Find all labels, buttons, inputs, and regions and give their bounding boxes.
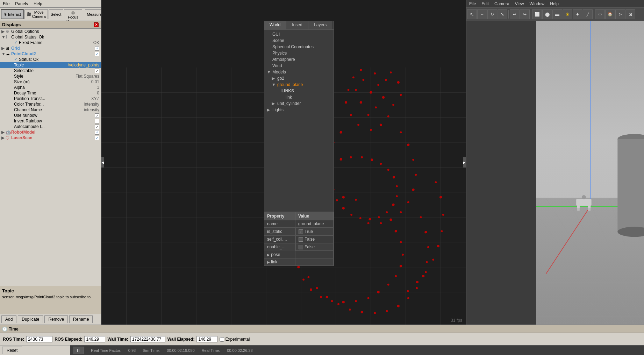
- svg-point-130: [342, 207, 345, 210]
- prop-row-link[interactable]: ▶ link: [264, 258, 334, 266]
- selectable-checkbox[interactable]: ✓: [95, 69, 99, 73]
- tab-insert[interactable]: Insert: [286, 21, 308, 29]
- autocompute-checkbox[interactable]: ✓: [95, 125, 99, 129]
- tree-item-invert-rainbow[interactable]: Invert Rainbow: [0, 118, 101, 124]
- menu-file[interactable]: File: [0, 1, 12, 7]
- undo-btn[interactable]: ↩: [510, 9, 520, 19]
- robot-checkbox[interactable]: ✓: [95, 130, 99, 135]
- close-button[interactable]: ✕: [94, 22, 99, 27]
- wall-elapsed-input[interactable]: [196, 336, 217, 342]
- world-item-lights[interactable]: ▶ Lights: [265, 107, 332, 113]
- dir-light-btn[interactable]: ╱: [583, 9, 593, 19]
- grid-checkbox[interactable]: ✓: [95, 46, 99, 51]
- translate-btn[interactable]: ↔: [477, 9, 487, 19]
- svg-point-57: [407, 201, 409, 203]
- collapse-right-handle[interactable]: ▶: [463, 157, 466, 168]
- menu-panels[interactable]: Panels: [12, 1, 31, 7]
- cloud-checkbox[interactable]: ✓: [95, 52, 99, 56]
- world-item-unit-cylinder[interactable]: ▶ unit_cylinder: [265, 100, 332, 107]
- light-btn[interactable]: ☀: [563, 9, 572, 19]
- experimental-label[interactable]: Experimental: [220, 337, 250, 342]
- world-item-gui[interactable]: GUI: [265, 31, 332, 37]
- measure-button[interactable]: Measure: [85, 9, 101, 19]
- prop-row-pose[interactable]: ▶ pose: [264, 251, 334, 258]
- move-camera-button[interactable]: 🎥 Move Camera: [24, 9, 48, 19]
- wall-time-input[interactable]: [130, 336, 165, 342]
- prop-row-static[interactable]: is_static ✓ True: [264, 228, 334, 236]
- sphere-btn[interactable]: ⬤: [542, 9, 552, 19]
- select-button[interactable]: Select: [49, 9, 64, 19]
- gazebo-menu-window[interactable]: Window: [527, 1, 548, 7]
- world-item-spherical[interactable]: Spherical Coordinates: [265, 44, 332, 50]
- rename-button[interactable]: Rename: [69, 315, 93, 323]
- tab-layers[interactable]: Layers: [308, 21, 332, 29]
- remove-button[interactable]: Remove: [44, 315, 68, 323]
- menu-help[interactable]: Help: [31, 1, 45, 7]
- tree-item-position-transform[interactable]: Position Transf... XYZ: [0, 96, 101, 101]
- tree-item-laserscan[interactable]: ▶ ⬡ LaserScan ✓: [0, 135, 101, 141]
- prop-row-name[interactable]: name ground_plane: [264, 220, 334, 228]
- interact-button[interactable]: 🖱 Interact: [1, 9, 24, 19]
- screenshot-btn[interactable]: ⊠: [625, 9, 635, 19]
- tab-world[interactable]: World: [264, 21, 286, 29]
- tree-item-topic[interactable]: Topic /velodyne_points: [0, 62, 101, 68]
- invert-rainbow-checkbox[interactable]: [95, 119, 99, 123]
- duplicate-button[interactable]: Duplicate: [18, 315, 43, 323]
- gazebo-menu-camera[interactable]: Camera: [492, 1, 512, 7]
- tree-item-size[interactable]: Size (m) 0.01: [0, 79, 101, 85]
- world-item-link[interactable]: link: [265, 94, 332, 100]
- world-item-models[interactable]: ▼ Models: [265, 69, 332, 75]
- scale-btn[interactable]: ⤡: [498, 9, 507, 19]
- tree-item-alpha[interactable]: Alpha 1: [0, 85, 101, 90]
- svg-point-96: [316, 287, 318, 289]
- tree-item-decay-time[interactable]: Decay Time 0: [0, 90, 101, 96]
- focus-camera-button[interactable]: ◎ Focus Camera: [64, 9, 82, 19]
- camera-model-btn[interactable]: ⊳: [615, 9, 625, 19]
- world-item-atmosphere[interactable]: Atmosphere: [265, 56, 332, 63]
- cylinder-btn[interactable]: ▬: [552, 9, 562, 19]
- gazebo-menu-view[interactable]: View: [512, 1, 527, 7]
- world-item-wind[interactable]: Wind: [265, 63, 332, 69]
- tree-item-style[interactable]: Style Flat Squares: [0, 73, 101, 79]
- add-button[interactable]: Add: [1, 315, 16, 323]
- gazebo-menu-help[interactable]: Help: [547, 1, 561, 7]
- tree-item-global-options[interactable]: ▶ ⚙ Global Options: [0, 29, 101, 34]
- rainbow-checkbox[interactable]: ✓: [95, 113, 99, 118]
- redo-btn[interactable]: ↪: [520, 9, 530, 19]
- tree-item-robotmodel[interactable]: ▶ 🤖 RobotModel ✓: [0, 129, 101, 135]
- tree-item-fixed-frame[interactable]: ✓ Fixed Frame OK: [0, 40, 101, 45]
- rotate-btn[interactable]: ↻: [487, 9, 497, 19]
- ros-elapsed-input[interactable]: [84, 336, 105, 342]
- world-item-go2[interactable]: ▶ go2: [265, 75, 332, 81]
- select-mode-btn[interactable]: ↖: [467, 9, 477, 19]
- spot-light-btn[interactable]: ✦: [573, 9, 582, 19]
- svg-point-32: [397, 81, 400, 84]
- grid-icon: ⊞: [6, 46, 11, 51]
- tree-item-status-ok[interactable]: ✓ Status: Ok: [0, 57, 101, 62]
- ros-time-input[interactable]: [26, 336, 52, 342]
- world-item-scene[interactable]: Scene: [265, 37, 332, 44]
- box-btn[interactable]: ⬜: [532, 9, 542, 19]
- plane-btn[interactable]: ▭: [595, 9, 605, 19]
- tree-item-selectable[interactable]: Selectable ✓: [0, 68, 101, 73]
- tree-item-use-rainbow[interactable]: Use rainbow ✓: [0, 113, 101, 118]
- gazebo-menu-file[interactable]: File: [466, 1, 479, 7]
- prop-row-self-coll[interactable]: self_coll.... False: [264, 235, 334, 243]
- reset-button[interactable]: Reset: [2, 347, 22, 354]
- gazebo-menu-edit[interactable]: Edit: [479, 1, 492, 7]
- tree-item-pointcloud2[interactable]: ▼ ☁ PointCloud2 ✓: [0, 51, 101, 57]
- tree-item-global-status[interactable]: ▼ ℹ Global Status: Ok: [0, 34, 101, 40]
- collapse-left-handle[interactable]: ◀: [101, 157, 104, 168]
- tree-item-channel-name[interactable]: Channel Name intensity: [0, 107, 101, 113]
- experimental-checkbox[interactable]: [220, 337, 224, 342]
- laser-checkbox[interactable]: ✓: [95, 136, 99, 140]
- tree-item-color-transform[interactable]: Color Transfor... Intensity: [0, 101, 101, 107]
- tree-item-grid[interactable]: ▶ ⊞ Grid ✓: [0, 45, 101, 51]
- model-btn[interactable]: 🏠: [605, 9, 615, 19]
- clock-icon: 🕐: [2, 327, 7, 332]
- world-item-physics[interactable]: Physics: [265, 50, 332, 56]
- gazebo-3d-viewport[interactable]: [536, 21, 644, 325]
- prop-row-enable[interactable]: enable_.... False: [264, 243, 334, 251]
- tree-item-autocompute[interactable]: Autocompute I... ✓: [0, 124, 101, 129]
- world-item-ground-plane[interactable]: ▼ ground_plane: [265, 81, 332, 88]
